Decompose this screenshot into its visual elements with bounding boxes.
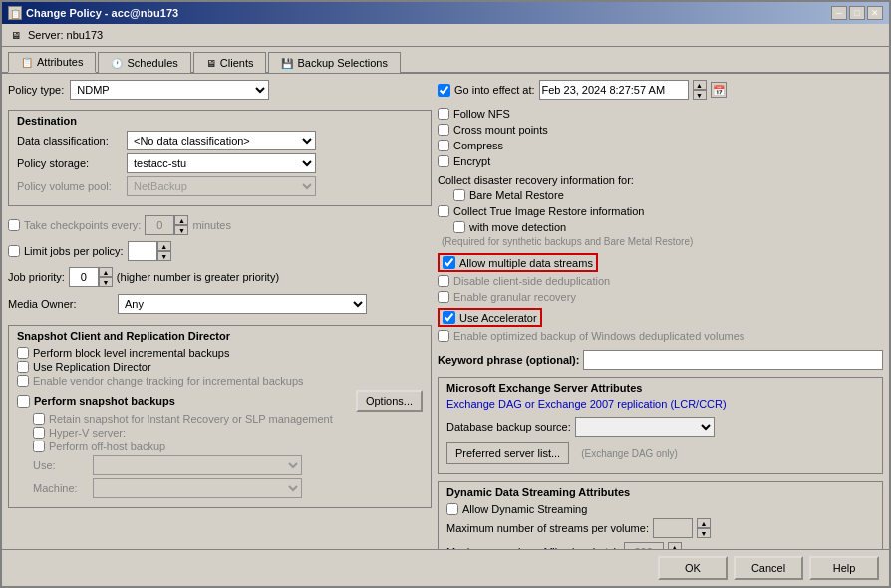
job-priority-down-btn[interactable]: ▼ [99,277,113,287]
exchange-dag-only-note: (Exchange DAG only) [581,448,678,459]
encrypt-label: Encrypt [453,155,490,167]
enable-optimized-label: Enable optimized backup of Windows dedup… [453,330,744,342]
max-streams-down-btn[interactable]: ▼ [697,528,711,538]
collect-true-checkbox[interactable] [438,205,449,217]
data-classification-select[interactable]: <No data classification> [127,131,316,150]
enable-granular-row: Enable granular recovery [438,290,883,304]
server-icon: 🖥 [8,27,24,43]
checkpoints-down-btn[interactable]: ▼ [174,225,188,235]
checkpoints-up-btn[interactable]: ▲ [174,215,188,225]
tab-schedules[interactable]: 🕐 Schedules [98,52,190,73]
minimize-button[interactable]: ─ [831,6,847,20]
collect-dr-label: Collect disaster recovery information fo… [438,174,883,186]
job-priority-note: (higher number is greater priority) [117,271,279,283]
perform-snapshot-checkbox[interactable] [17,395,30,408]
take-checkpoints-row: Take checkpoints every: ▲ ▼ minutes [8,214,432,236]
limit-jobs-spinner: ▲ ▼ [128,241,171,261]
vendor-change-checkbox[interactable] [17,375,29,387]
allow-dynamic-row: Allow Dynamic Streaming [446,502,874,516]
take-checkpoints-spinner: ▲ ▼ [145,215,188,235]
enable-granular-label: Enable granular recovery [453,291,576,303]
machine-row: Machine: [33,478,423,498]
off-host-checkbox[interactable] [33,441,45,452]
compress-row: Compress [438,139,883,152]
server-bar: 🖥 Server: nbu173 [2,24,889,47]
limit-jobs-up-btn[interactable]: ▲ [157,241,171,251]
checkpoints-value-input[interactable] [145,215,174,235]
limit-jobs-checkbox[interactable] [8,245,20,257]
compress-label: Compress [453,140,503,151]
cancel-button[interactable]: Cancel [734,556,803,580]
media-owner-select[interactable]: Any [118,294,367,314]
job-priority-input[interactable] [69,267,99,287]
enable-optimized-checkbox[interactable] [438,330,449,342]
max-files-up-btn[interactable]: ▲ [668,542,682,549]
use-select[interactable] [93,455,302,475]
use-accelerator-checkbox[interactable] [443,311,455,324]
schedules-tab-icon: 🕐 [111,58,123,69]
machine-select[interactable] [93,478,302,498]
bare-metal-row: Bare Metal Restore [438,188,883,202]
follow-nfs-checkbox[interactable] [438,108,449,120]
policy-type-select[interactable]: NDMP [70,80,269,100]
tab-clients[interactable]: 🖥 Clients [193,52,267,73]
snapshot-section-title: Snapshot Client and Replication Director [17,330,423,342]
preferred-server-button[interactable]: Preferred server list... [446,442,569,464]
use-replication-checkbox[interactable] [17,361,29,373]
tab-backup-selections[interactable]: 💾 Backup Selections [268,52,401,73]
keyword-input[interactable] [583,350,883,370]
max-streams-up-btn[interactable]: ▲ [697,518,711,528]
server-label: Server: nbu173 [28,29,103,41]
close-button[interactable]: ✕ [867,6,883,20]
exchange-dag-link[interactable]: Exchange DAG or Exchange 2007 replicatio… [446,398,874,410]
job-priority-spinner: ▲ ▼ [69,267,113,287]
policy-type-row: Policy type: NDMP [8,80,432,100]
block-level-checkbox[interactable] [17,347,29,359]
retain-snapshot-checkbox[interactable] [33,413,45,425]
enable-granular-checkbox[interactable] [438,291,449,303]
go-into-effect-checkbox[interactable] [438,84,450,97]
ok-button[interactable]: OK [658,556,728,580]
main-window: 📋 Change Policy - acc@nbu173 ─ □ ✕ 🖥 Ser… [0,0,891,588]
tab-attributes[interactable]: 📋 Attributes [8,52,96,73]
hyperv-label: Hyper-V server: [49,427,126,439]
allow-dynamic-checkbox[interactable] [446,503,458,515]
encrypt-checkbox[interactable] [438,155,449,167]
collect-true-row: Collect True Image Restore information [438,204,883,218]
ms-exchange-title: Microsoft Exchange Server Attributes [446,382,874,394]
policy-storage-row: Policy storage: testacc-stu [17,153,423,173]
max-files-input[interactable] [624,542,664,549]
limit-jobs-down-btn[interactable]: ▼ [157,251,171,261]
policy-volume-pool-select[interactable]: NetBackup [127,176,316,196]
policy-storage-select[interactable]: testacc-stu [127,153,316,173]
max-files-row: Maximum number of files in a batch ▲ ▼ [446,540,874,549]
with-move-checkbox[interactable] [453,221,465,233]
help-button[interactable]: Help [809,556,879,580]
datetime-up-btn[interactable]: ▲ [693,80,707,90]
compress-checkbox[interactable] [438,140,449,151]
db-source-select[interactable] [575,417,715,437]
job-priority-up-btn[interactable]: ▲ [99,267,113,277]
max-files-spinner: ▲ ▼ [668,542,682,549]
limit-jobs-input[interactable] [128,241,157,261]
destination-title: Destination [17,115,423,127]
max-streams-input[interactable] [653,518,693,538]
go-into-effect-input[interactable] [539,80,689,100]
cross-mount-checkbox[interactable] [438,124,449,136]
take-checkpoints-checkbox[interactable] [8,219,20,231]
allow-multiple-checkbox[interactable] [443,256,455,269]
data-classification-label: Data classification: [17,135,127,147]
datetime-down-btn[interactable]: ▼ [693,90,707,100]
db-source-label: Database backup source: [446,421,571,433]
calendar-button[interactable]: 📅 [711,82,727,98]
right-checkboxes: Follow NFS Cross mount points Compress E… [438,107,883,343]
disable-dedup-checkbox[interactable] [438,275,449,287]
data-classification-row: Data classification: <No data classifica… [17,131,423,150]
backup-tab-icon: 💾 [281,58,293,69]
options-button[interactable]: Options... [356,390,423,412]
hyperv-checkbox[interactable] [33,427,45,439]
use-accelerator-highlight: Use Accelerator [438,308,883,327]
bare-metal-checkbox[interactable] [453,189,465,201]
with-move-label: with move detection [469,221,566,233]
maximize-button[interactable]: □ [849,6,865,20]
